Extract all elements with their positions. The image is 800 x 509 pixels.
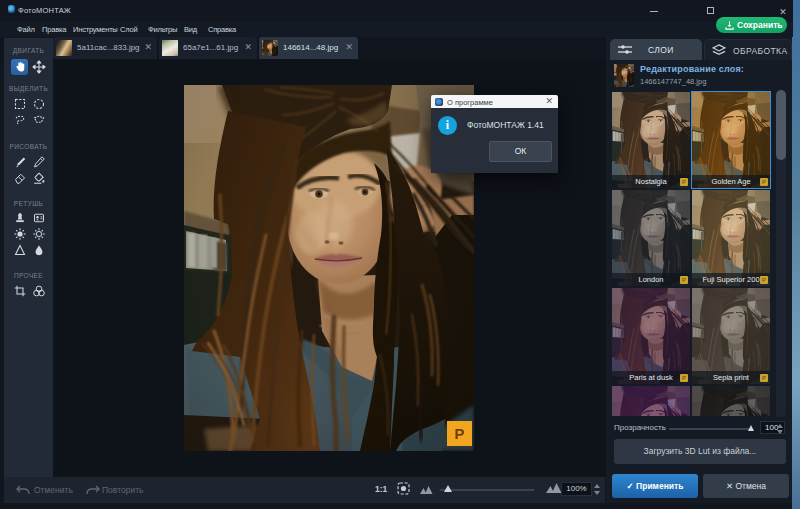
svg-text:P: P: [454, 425, 464, 442]
